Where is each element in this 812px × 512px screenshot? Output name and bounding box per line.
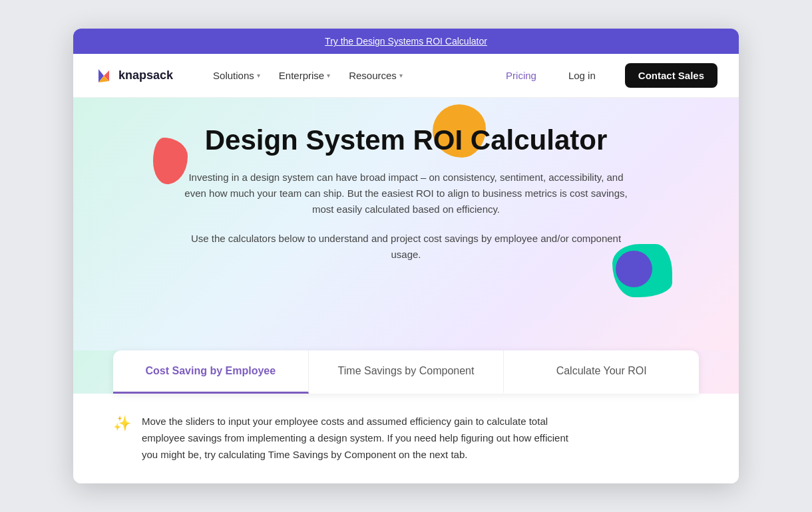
- tab-cost-saving[interactable]: Cost Saving by Employee: [113, 350, 309, 394]
- nav-resources[interactable]: Resources ▾: [341, 64, 411, 86]
- tab-time-savings[interactable]: Time Savings by Component: [309, 350, 505, 394]
- tabs-section: Cost Saving by Employee Time Savings by …: [73, 350, 739, 394]
- nav-solutions[interactable]: Solutions ▾: [205, 64, 268, 86]
- hero-title: Design System ROI Calculator: [113, 124, 699, 156]
- nav-login[interactable]: Log in: [560, 64, 604, 86]
- browser-window: Try the Design Systems ROI Calculator kn…: [73, 29, 739, 483]
- nav-links: Solutions ▾ Enterprise ▾ Resources ▾: [205, 64, 482, 86]
- tabs-container: Cost Saving by Employee Time Savings by …: [113, 350, 699, 394]
- sparkle-icon: ✨: [113, 415, 131, 432]
- tab-calculate-roi[interactable]: Calculate Your ROI: [504, 350, 699, 394]
- banner-link[interactable]: Try the Design Systems ROI Calculator: [325, 36, 487, 47]
- hero-subtitle: Investing in a design system can have br…: [180, 170, 632, 217]
- logo-icon: [95, 66, 113, 85]
- navigation: knapsack Solutions ▾ Enterprise ▾ Resour…: [73, 54, 739, 98]
- chevron-down-icon: ▾: [257, 72, 260, 79]
- nav-pricing[interactable]: Pricing: [503, 64, 539, 86]
- hero-desc: Use the calculators below to understand …: [180, 231, 632, 263]
- hero-section: Design System ROI Calculator Investing i…: [73, 98, 739, 350]
- chevron-down-icon: ▾: [327, 72, 330, 79]
- logo[interactable]: knapsack: [95, 66, 173, 85]
- hint-text: Move the sliders to input your employee …: [142, 414, 579, 463]
- top-banner: Try the Design Systems ROI Calculator: [73, 29, 739, 54]
- content-panel: ✨ Move the sliders to input your employe…: [73, 394, 739, 483]
- chevron-down-icon: ▾: [399, 72, 403, 79]
- contact-sales-button[interactable]: Contact Sales: [625, 63, 717, 88]
- panel-hint: ✨ Move the sliders to input your employe…: [113, 414, 579, 463]
- nav-enterprise[interactable]: Enterprise ▾: [271, 64, 338, 86]
- logo-text: knapsack: [118, 68, 173, 82]
